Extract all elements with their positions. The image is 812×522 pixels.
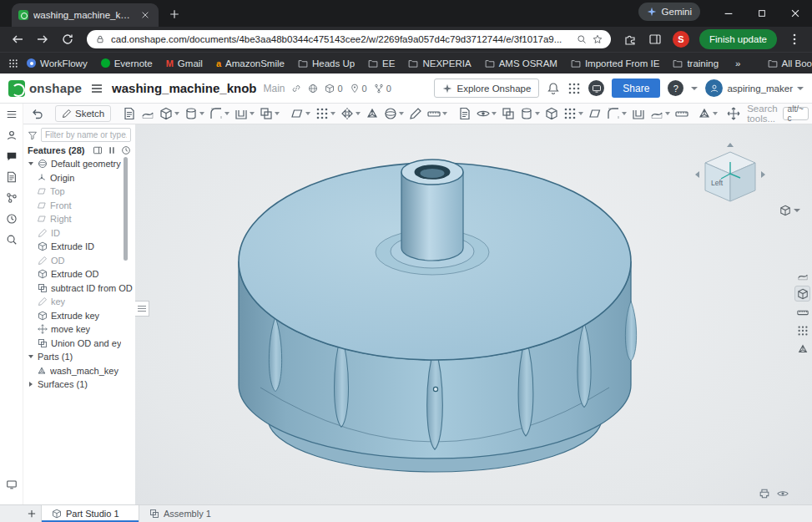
app-store-grid-icon[interactable] — [567, 82, 581, 95]
bookmarks-overflow-button[interactable]: » — [730, 57, 745, 70]
visibility-icon[interactable] — [777, 488, 789, 499]
user-menu[interactable]: aspiring_maker — [705, 79, 804, 97]
sheet-metal-button[interactable] — [673, 105, 690, 123]
feature-tree-scrollbar[interactable] — [124, 157, 128, 261]
rollback-history-icon[interactable] — [121, 145, 131, 155]
share-button[interactable]: Share — [612, 79, 660, 98]
surface-tool-button[interactable] — [139, 105, 156, 123]
new-tab-button[interactable] — [164, 3, 185, 25]
browser-tab[interactable]: washing_machine_knob | Part S — [12, 3, 159, 27]
feature-item-top-plane[interactable]: Top — [23, 185, 135, 199]
sweep-tool-button[interactable] — [517, 105, 542, 123]
feature-item-move-key[interactable]: move key — [23, 322, 135, 337]
contacts-icon[interactable] — [3, 127, 20, 144]
view-mode-button[interactable] — [794, 286, 810, 302]
viewcube-face-label[interactable]: Left — [711, 179, 724, 187]
add-element-button[interactable] — [23, 505, 41, 522]
shaft-tube[interactable] — [401, 172, 463, 261]
chat-icon[interactable] — [3, 148, 20, 165]
gemini-button[interactable]: Gemini — [638, 3, 700, 21]
chamfer-button[interactable] — [604, 105, 628, 123]
bookmark-workflowy[interactable]: WorkFlowy — [22, 57, 93, 70]
appearance-button[interactable] — [794, 341, 810, 357]
sketch-tool-button[interactable] — [406, 105, 424, 123]
help-caret-icon[interactable] — [691, 87, 698, 90]
maximize-button[interactable] — [745, 0, 779, 27]
frame-button[interactable] — [695, 105, 719, 123]
list-icon[interactable] — [3, 106, 20, 123]
grid-toggle-button[interactable] — [794, 322, 810, 338]
feature-item-sketch-id[interactable]: ID — [23, 226, 135, 241]
bookmark-folder-training[interactable]: training — [668, 57, 724, 70]
drawing-tool-button[interactable] — [456, 105, 473, 123]
bookmark-evernote[interactable]: Evernote — [96, 57, 158, 70]
suspend-rebuild-icon[interactable] — [107, 145, 117, 155]
bookmark-folder-imported[interactable]: Imported From IE — [566, 57, 664, 70]
feature-item-default-geometry[interactable]: Default geometry — [23, 157, 135, 171]
part-item-wash-mach-key[interactable]: wash_mach_key — [23, 364, 135, 378]
rotate-up-arrow[interactable] — [727, 143, 734, 147]
public-status-icon[interactable] — [308, 84, 318, 94]
tab-part-studio[interactable]: Part Studio 1 — [41, 505, 139, 522]
expander-icon[interactable] — [29, 382, 33, 387]
mirror-button[interactable] — [338, 105, 362, 123]
view-cube[interactable]: Left — [688, 139, 772, 211]
lock-icon[interactable] — [95, 34, 105, 44]
section-view-button[interactable] — [794, 304, 810, 320]
workspace-label[interactable]: Main — [263, 83, 285, 94]
filter-icon[interactable] — [28, 130, 38, 140]
finish-update-button[interactable]: Finish update — [699, 29, 777, 49]
all-bookmarks-button[interactable]: All Bookmarks — [763, 57, 812, 70]
surfaces-group[interactable]: Surfaces (1) — [23, 378, 135, 392]
bookmark-folder-ams-osram[interactable]: AMS OSRAM — [480, 57, 562, 70]
plane-button[interactable] — [288, 105, 312, 123]
isolate-tool-button[interactable] — [794, 267, 810, 283]
feature-item-front-plane[interactable]: Front — [23, 199, 135, 213]
datum-plane-button[interactable] — [586, 105, 603, 123]
expander-icon[interactable] — [28, 355, 33, 358]
close-button[interactable] — [779, 0, 812, 27]
tab-assembly[interactable]: Assembly 1 — [139, 505, 238, 522]
bookmark-star-icon[interactable] — [593, 34, 603, 44]
vertex-point-marker[interactable] — [433, 387, 437, 391]
feature-item-origin[interactable]: Origin — [23, 171, 135, 185]
curve-pattern-button[interactable] — [561, 105, 585, 123]
bookmark-folder-heads-up[interactable]: Heads Up — [293, 57, 360, 70]
parts-group[interactable]: Parts (1) — [23, 350, 135, 364]
browser-menu-icon[interactable] — [784, 28, 805, 50]
thicken-button[interactable] — [629, 105, 647, 123]
intersect-tool-button[interactable] — [499, 105, 517, 123]
versions-count[interactable]: 0 — [325, 84, 342, 94]
side-panel-icon[interactable] — [644, 28, 666, 50]
document-title[interactable]: washing_machine_knob — [112, 81, 256, 95]
graph-icon[interactable] — [3, 190, 20, 206]
sphere-tool-button[interactable] — [381, 105, 406, 123]
boolean-button[interactable] — [257, 105, 281, 123]
url-text[interactable]: cad.onshape.com/documents/4be3aa48b0344c… — [111, 34, 571, 44]
panel-resize-handle[interactable] — [135, 301, 149, 317]
feature-item-extrude-od[interactable]: Extrude OD — [23, 267, 135, 281]
back-button[interactable] — [7, 28, 28, 50]
rotate-left-arrow[interactable] — [695, 171, 699, 178]
bookmark-amazonsmile[interactable]: aAmazonSmile — [211, 57, 290, 70]
document-menu-icon[interactable] — [90, 82, 103, 95]
locations-count[interactable]: 0 — [350, 84, 367, 94]
bookmark-folder-nexperia[interactable]: NEXPERIA — [403, 57, 476, 70]
feature-item-sketch-od[interactable]: OD — [23, 254, 135, 268]
feature-item-union[interactable]: Union OD and ey — [23, 337, 135, 351]
refresh-button[interactable] — [57, 28, 78, 50]
address-bar[interactable]: cad.onshape.com/documents/4be3aa48b0344c… — [87, 30, 611, 48]
onshape-logo[interactable]: onshape — [8, 80, 82, 97]
cast-icon[interactable] — [3, 476, 20, 493]
insert-tool-button[interactable] — [120, 105, 138, 123]
feature-item-extrude-id[interactable]: Extrude ID — [23, 240, 135, 254]
sketch-button[interactable]: Sketch — [55, 105, 111, 122]
float-panel-icon[interactable] — [93, 145, 103, 155]
appearance-tool-button[interactable] — [474, 105, 498, 123]
pattern-button[interactable] — [313, 105, 337, 123]
measure-tool-button[interactable] — [425, 105, 449, 123]
help-button[interactable]: ? — [668, 80, 683, 96]
search-tools-label[interactable]: Search tools... — [747, 104, 777, 124]
expander-icon[interactable] — [28, 162, 33, 165]
filter-input[interactable] — [41, 128, 131, 142]
